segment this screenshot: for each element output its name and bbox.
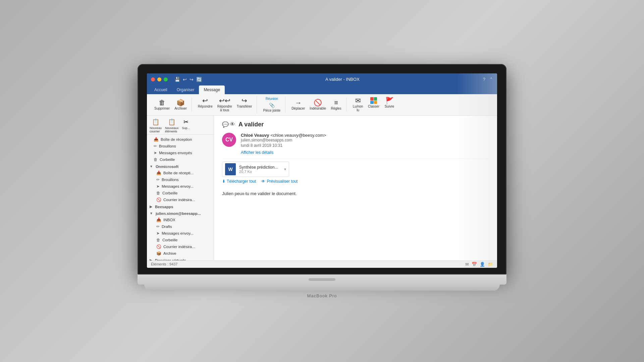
supprimer-button[interactable]: 🗑 Supprimer xyxy=(152,98,172,112)
email-to: julien.simon@beesapps.com xyxy=(241,138,489,142)
collapse-icon[interactable]: ⌃ xyxy=(489,77,493,82)
new-items-label: Nouveauxéléments xyxy=(165,126,179,133)
archive-main-label: Archive xyxy=(163,251,176,255)
email-subject-row: 💬 👁 A valider xyxy=(222,121,489,128)
email-date: lundi 8 avril 2019 10:31 xyxy=(241,143,489,148)
classer-button[interactable]: Classer xyxy=(366,96,381,110)
calendar-status-icon[interactable]: 📅 xyxy=(472,262,477,267)
onmicrosoft-header[interactable]: ▼ Onmicrosoft xyxy=(147,164,214,170)
save-icon[interactable]: 💾 xyxy=(174,77,180,82)
ribbon-group-tags: ✉ Lu/nonlu Classer xyxy=(348,96,399,113)
ribbon-tabs: Accueil Organiser Message xyxy=(147,85,497,94)
sidebar-item-onm-sent[interactable]: ➤ Messages envoy... xyxy=(147,183,214,190)
attachment-item[interactable]: W Synthèse prédiction... 20,7 Ko ▾ xyxy=(222,162,289,177)
drafts-label: Brouillons xyxy=(159,144,176,148)
onmicrosoft-section: ▼ Onmicrosoft 📥 Boîte de récepti... ✏ Br… xyxy=(147,164,214,203)
maximize-button[interactable] xyxy=(164,77,168,81)
download-icon: ⬇ xyxy=(222,179,225,184)
rules-icon: ≡ xyxy=(334,99,338,106)
sidebar-item-inbox-main[interactable]: 📥 INBOX xyxy=(147,217,214,223)
trash-icon: 🗑 xyxy=(154,157,158,162)
regles-label: Règles xyxy=(331,107,341,110)
junk-main-icon: 🚫 xyxy=(156,244,161,249)
sidebar-btn-sup[interactable]: ✂ Sup... xyxy=(182,118,190,133)
macbook-chin-notch xyxy=(309,278,335,281)
julien-header[interactable]: ▼ julien.simon@beesapp... xyxy=(147,210,214,217)
junk-icon: 🚫 xyxy=(314,99,322,106)
beesapps-toggle: ▶ xyxy=(150,205,152,208)
archive-main-icon: 📦 xyxy=(156,251,161,256)
tab-accueil[interactable]: Accueil xyxy=(150,85,172,94)
sidebar-item-sent-main[interactable]: ➤ Messages envoy... xyxy=(147,230,214,237)
indesirable-button[interactable]: 🚫 Indésirable xyxy=(308,98,328,112)
trash-main-label: Corbeille xyxy=(162,238,177,242)
suivre-button[interactable]: 🚩 Suivre xyxy=(382,96,397,110)
move-icon: → xyxy=(295,99,302,106)
reunion-button[interactable]: Réunion xyxy=(261,96,282,101)
beesapps-header[interactable]: ▶ Beesapps xyxy=(147,204,214,210)
tasks-status-icon[interactable]: 📁 xyxy=(488,262,493,267)
sidebar-item-onm-junk[interactable]: 🚫 Courrier indésira... xyxy=(147,196,214,203)
elements-count: Éléments : 9437 xyxy=(151,262,178,266)
status-bar-icons: ✉ 📅 👤 📁 xyxy=(465,262,493,267)
onm-trash-icon: 🗑 xyxy=(156,191,160,195)
email-subject: A valider xyxy=(238,121,264,128)
redo-icon[interactable]: ↪ xyxy=(190,77,194,82)
default-folders: 📥 Boîte de réception ✏ Brouillons ➤ Mess… xyxy=(147,136,214,163)
transferer-button[interactable]: ↪ Transférer xyxy=(235,96,254,110)
macbook-label: MacBook Pro xyxy=(138,293,506,298)
contacts-status-icon[interactable]: 👤 xyxy=(480,262,485,267)
repondre-tous-label: Répondreà tous xyxy=(217,105,232,112)
onm-sent-icon: ➤ xyxy=(156,184,160,189)
new-mail-icon: 📋 xyxy=(152,118,159,126)
preview-all-label: Prévisualiser tout xyxy=(267,179,298,184)
help-icon[interactable]: ? xyxy=(483,77,485,82)
onm-drafts-label: Brouillons xyxy=(162,178,179,182)
minimize-button[interactable] xyxy=(157,77,161,81)
close-button[interactable] xyxy=(151,77,155,81)
transferer-label: Transférer xyxy=(237,105,252,108)
sidebar-item-junk-main[interactable]: 🚫 Courrier indésira... xyxy=(147,243,214,250)
sidebar-btn-new-items[interactable]: 📋 Nouveauxéléments xyxy=(165,118,179,133)
details-link[interactable]: Afficher les détails xyxy=(241,150,273,155)
sidebar-btn-new-mail[interactable]: 📋 Nouveaucourrier xyxy=(150,118,162,133)
dossiers-header[interactable]: ▶ Dossiers virtuels xyxy=(147,257,214,260)
sidebar-item-onm-inbox[interactable]: 📥 Boîte de récepti... xyxy=(147,170,214,176)
traffic-lights xyxy=(151,77,168,81)
sync-icon[interactable]: 🔄 xyxy=(196,77,202,82)
piece-jointe-label: Pièce jointe xyxy=(263,109,280,112)
archive-icon: 📦 xyxy=(176,99,185,106)
lu-non-lu-button[interactable]: ✉ Lu/nonlu xyxy=(351,96,365,113)
download-all-button[interactable]: ⬇ Télécharger tout xyxy=(222,179,256,184)
mail-status-icon[interactable]: ✉ xyxy=(465,262,469,267)
dossiers-section: ▶ Dossiers virtuels xyxy=(147,257,214,260)
piece-jointe-button[interactable]: 📎 Pièce jointe xyxy=(261,102,282,113)
main-content: 📋 Nouveaucourrier 📋 Nouveauxéléments ✂ S xyxy=(147,116,497,260)
inbox-main-icon: 📥 xyxy=(156,218,161,222)
sidebar-item-trash[interactable]: 🗑 Corbeille xyxy=(147,156,214,163)
sidebar-item-inbox[interactable]: 📥 Boîte de réception xyxy=(147,136,214,143)
sidebar-item-sent[interactable]: ➤ Messages envoyés xyxy=(147,149,214,156)
sidebar-item-drafts[interactable]: ✏ Brouillons xyxy=(147,143,214,149)
attachment-chevron-icon[interactable]: ▾ xyxy=(284,167,286,172)
deplacer-button[interactable]: → Déplacer xyxy=(289,98,307,112)
archiver-button[interactable]: 📦 Archiver xyxy=(172,98,189,112)
title-bar-right: ? ⌃ xyxy=(483,77,493,82)
sidebar-item-onm-drafts[interactable]: ✏ Brouillons xyxy=(147,176,214,183)
repondre-tous-button[interactable]: ↩↩ Répondreà tous xyxy=(215,96,234,113)
sidebar-item-drafts-main[interactable]: ✏ Drafts xyxy=(147,223,214,230)
regles-button[interactable]: ≡ Règles xyxy=(329,98,343,112)
preview-all-button[interactable]: 👁 Prévisualiser tout xyxy=(261,179,298,184)
deplacer-label: Déplacer xyxy=(291,107,305,110)
tab-organiser[interactable]: Organiser xyxy=(172,85,199,94)
window-title: A valider - INBOX xyxy=(202,77,483,82)
sidebar-item-archive-main[interactable]: 📦 Archive xyxy=(147,250,214,257)
sidebar-item-onm-trash[interactable]: 🗑 Corbeille xyxy=(147,190,214,196)
undo-icon[interactable]: ↩ xyxy=(183,77,187,82)
email-view: 💬 👁 A valider CV Chloé Veauvy < xyxy=(214,116,497,260)
macbook-frame: 💾 ↩ ↪ 🔄 A valider - INBOX ? ⌃ Accueil Or… xyxy=(138,64,506,298)
email-header: CV Chloé Veauvy <chloe.veauvy@beesy.com>… xyxy=(222,133,489,155)
tab-message[interactable]: Message xyxy=(199,85,225,94)
repondre-button[interactable]: ↩ Répondre xyxy=(196,96,215,110)
sidebar-item-trash-main[interactable]: 🗑 Corbeille xyxy=(147,237,214,243)
